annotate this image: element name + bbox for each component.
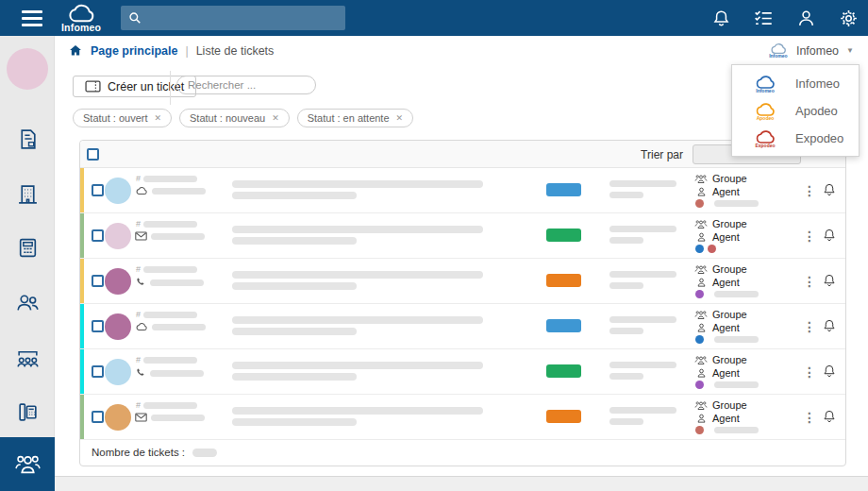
close-icon[interactable]: ✕ — [154, 113, 161, 123]
ticket-row[interactable]: # Groupe Agent — [80, 168, 845, 213]
ticket-row[interactable]: # Groupe Agent — [80, 259, 845, 304]
status-badge — [546, 183, 581, 196]
cloud-logo-icon — [64, 3, 98, 24]
row-bell-icon[interactable] — [822, 364, 838, 380]
sidebar-item-phone[interactable] — [0, 388, 55, 435]
tickets-table: Trier par # Groupe — [79, 140, 846, 466]
requester-avatar — [105, 404, 131, 431]
row-menu-icon[interactable]: ⋮ — [803, 181, 816, 200]
group-label: Groupe — [712, 218, 747, 229]
sidebar-item-contacts[interactable] — [0, 279, 55, 326]
requester-avatar — [105, 178, 131, 204]
sidebar-item-organizations[interactable] — [0, 170, 55, 217]
bell-icon[interactable] — [710, 8, 731, 28]
calculator-icon — [16, 236, 40, 260]
company-menu-item[interactable]: Infomeo Infomeo — [732, 70, 859, 97]
tag-dot — [695, 199, 704, 208]
ticket-row[interactable]: # Groupe Agent — [80, 349, 845, 395]
breadcrumb-separator: | — [185, 44, 188, 58]
meta-skeleton — [609, 226, 676, 232]
row-checkbox[interactable] — [92, 229, 104, 242]
company-selector-label: Infomeo — [796, 44, 839, 58]
row-menu-icon[interactable]: ⋮ — [803, 227, 816, 246]
tag-dot — [695, 335, 704, 344]
row-checkbox[interactable] — [92, 411, 104, 423]
company-menu-item-label: Expodeo — [795, 131, 843, 145]
ticket-row[interactable]: # Groupe Agent — [80, 213, 845, 259]
agent-icon — [694, 231, 708, 243]
meta-skeleton — [609, 407, 676, 414]
meta-skeleton — [609, 282, 643, 289]
ticket-number-skeleton: # — [136, 312, 197, 318]
row-menu-icon[interactable]: ⋮ — [803, 272, 816, 291]
group-label: Groupe — [712, 354, 747, 365]
row-accent-bar — [80, 168, 84, 212]
sidebar-item-documents[interactable] — [0, 115, 55, 162]
row-menu-icon[interactable]: ⋮ — [803, 317, 816, 336]
row-menu-icon[interactable]: ⋮ — [803, 408, 816, 427]
row-bell-icon[interactable] — [822, 318, 838, 334]
company-menu-item[interactable]: Apodeo Apodeo — [732, 97, 859, 125]
tag-dot — [695, 245, 704, 253]
group-icon — [694, 400, 708, 411]
filter-chip-status-open[interactable]: Statut : ouvert ✕ — [73, 109, 172, 127]
ticket-subtitle-skeleton — [232, 328, 357, 335]
assignment-block: Groupe Agent — [694, 308, 747, 334]
row-bell-icon[interactable] — [822, 182, 838, 198]
row-checkbox[interactable] — [92, 184, 104, 196]
home-icon[interactable] — [68, 43, 83, 58]
ticket-row[interactable]: # Groupe Agent — [80, 304, 845, 349]
group-line: Groupe — [694, 172, 747, 185]
row-checkbox[interactable] — [92, 365, 104, 378]
company-selector[interactable]: Infomeo Infomeo ▼ — [768, 42, 854, 59]
ticket-channel-skeleton — [135, 231, 205, 241]
ticket-row[interactable]: # Groupe Agent — [80, 395, 845, 440]
row-bell-icon[interactable] — [822, 228, 838, 244]
row-menu-icon[interactable]: ⋮ — [803, 363, 816, 381]
company-menu-item[interactable]: Expodeo Expodeo — [732, 125, 859, 152]
ticket-search[interactable] — [176, 76, 316, 94]
breadcrumb-primary[interactable]: Page principale — [91, 44, 177, 58]
group-label: Groupe — [712, 399, 747, 411]
global-search[interactable] — [121, 6, 345, 30]
filter-chip-status-pending[interactable]: Statut : en attente ✕ — [297, 109, 413, 127]
sort-label: Trier par — [641, 148, 683, 161]
company-logo-icon: Apodeo — [753, 102, 777, 121]
ticket-number-skeleton: # — [136, 176, 197, 182]
assignment-block: Groupe Agent — [694, 217, 747, 244]
sidebar-item-groups[interactable] — [0, 334, 55, 381]
user-icon[interactable] — [795, 8, 816, 28]
task-list-icon[interactable] — [753, 8, 774, 28]
brand-logo[interactable]: Infomeo — [61, 3, 101, 33]
close-icon[interactable]: ✕ — [272, 113, 279, 123]
tag-dot — [708, 245, 716, 253]
filter-chip-status-new[interactable]: Statut : nouveau ✕ — [179, 109, 290, 127]
company-logo-text: Infomeo — [756, 89, 774, 93]
top-bar: Infomeo — [0, 0, 868, 36]
close-icon[interactable]: ✕ — [396, 113, 404, 123]
row-checkbox[interactable] — [92, 275, 104, 287]
company-logo-text: Apodeo — [757, 116, 775, 121]
status-badge — [546, 229, 581, 242]
ticket-search-input[interactable] — [188, 79, 301, 91]
user-avatar[interactable] — [7, 48, 48, 90]
table-body: # Groupe Agent — [80, 168, 845, 440]
tag-dots — [695, 381, 759, 389]
sidebar-item-teams[interactable] — [0, 437, 55, 491]
hamburger-menu-icon[interactable] — [22, 10, 42, 26]
ticket-channel-skeleton — [135, 277, 204, 288]
gear-icon[interactable] — [838, 8, 859, 28]
sidebar-item-billing[interactable] — [0, 224, 55, 271]
select-all-checkbox[interactable] — [87, 148, 99, 161]
ticket-number-skeleton: # — [136, 402, 197, 409]
assignment-block: Groupe Agent — [694, 172, 747, 198]
group-line: Groupe — [694, 398, 747, 412]
row-checkbox[interactable] — [92, 320, 104, 332]
filter-chips: Statut : ouvert ✕ Statut : nouveau ✕ Sta… — [73, 109, 413, 127]
sidebar — [0, 36, 55, 491]
agent-label: Agent — [712, 231, 740, 243]
row-bell-icon[interactable] — [822, 273, 838, 289]
global-search-input[interactable] — [147, 11, 336, 25]
row-bell-icon[interactable] — [822, 409, 838, 425]
tag-dots — [695, 290, 759, 298]
